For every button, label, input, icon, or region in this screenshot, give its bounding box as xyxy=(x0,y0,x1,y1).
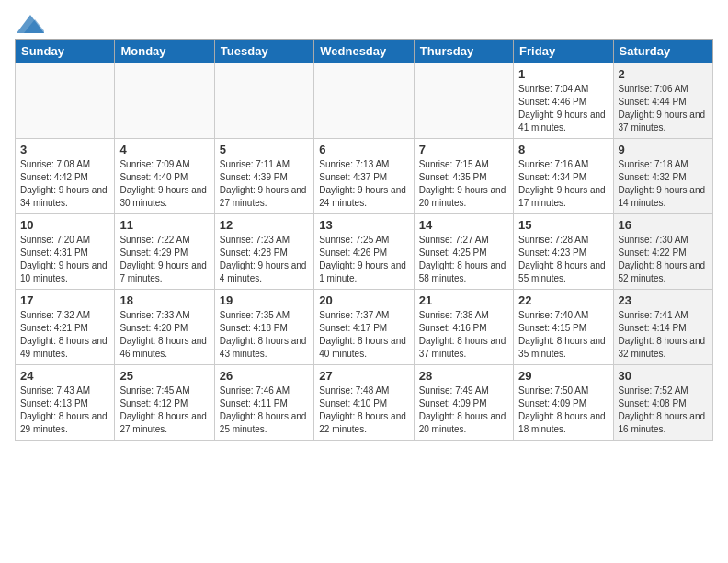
calendar-cell: 2Sunrise: 7:06 AM Sunset: 4:44 PM Daylig… xyxy=(613,63,712,139)
calendar-cell: 15Sunrise: 7:28 AM Sunset: 4:23 PM Dayli… xyxy=(514,214,613,290)
day-info: Sunrise: 7:37 AM Sunset: 4:17 PM Dayligh… xyxy=(319,309,408,361)
day-number: 29 xyxy=(518,369,608,383)
day-info: Sunrise: 7:22 AM Sunset: 4:29 PM Dayligh… xyxy=(119,234,209,285)
calendar-body: 1Sunrise: 7:04 AM Sunset: 4:46 PM Daylig… xyxy=(16,63,713,441)
day-number: 10 xyxy=(20,218,109,232)
calendar-cell: 26Sunrise: 7:46 AM Sunset: 4:11 PM Dayli… xyxy=(214,365,313,441)
day-number: 14 xyxy=(419,218,508,232)
calendar-cell: 19Sunrise: 7:35 AM Sunset: 4:18 PM Dayli… xyxy=(214,290,313,365)
day-info: Sunrise: 7:46 AM Sunset: 4:11 PM Dayligh… xyxy=(220,385,309,436)
logo-icon xyxy=(17,15,44,33)
day-number: 6 xyxy=(319,143,408,156)
calendar-cell: 12Sunrise: 7:23 AM Sunset: 4:28 PM Dayli… xyxy=(214,214,313,290)
day-number: 17 xyxy=(20,293,109,307)
day-info: Sunrise: 7:06 AM Sunset: 4:44 PM Dayligh… xyxy=(619,83,708,134)
calendar-cell: 6Sunrise: 7:13 AM Sunset: 4:37 PM Daylig… xyxy=(314,139,414,214)
day-number: 28 xyxy=(419,369,508,383)
weekday-header: Sunday xyxy=(16,40,115,63)
day-number: 2 xyxy=(619,67,708,81)
day-info: Sunrise: 7:52 AM Sunset: 4:08 PM Dayligh… xyxy=(619,385,708,436)
day-number: 18 xyxy=(119,293,209,307)
calendar-cell xyxy=(314,63,414,139)
calendar-cell: 17Sunrise: 7:32 AM Sunset: 4:21 PM Dayli… xyxy=(16,290,115,365)
calendar-cell xyxy=(414,63,513,139)
calendar-cell: 20Sunrise: 7:37 AM Sunset: 4:17 PM Dayli… xyxy=(314,290,414,365)
day-info: Sunrise: 7:09 AM Sunset: 4:40 PM Dayligh… xyxy=(119,158,209,210)
calendar-cell: 14Sunrise: 7:27 AM Sunset: 4:25 PM Dayli… xyxy=(414,214,513,290)
day-info: Sunrise: 7:35 AM Sunset: 4:18 PM Dayligh… xyxy=(220,309,309,361)
day-number: 26 xyxy=(220,369,309,383)
logo-text xyxy=(15,15,44,33)
calendar-cell: 21Sunrise: 7:38 AM Sunset: 4:16 PM Dayli… xyxy=(414,290,513,365)
day-info: Sunrise: 7:11 AM Sunset: 4:39 PM Dayligh… xyxy=(220,158,309,210)
day-info: Sunrise: 7:28 AM Sunset: 4:23 PM Dayligh… xyxy=(518,234,608,285)
weekday-header: Saturday xyxy=(613,40,712,63)
calendar-cell xyxy=(115,63,214,139)
day-info: Sunrise: 7:08 AM Sunset: 4:42 PM Dayligh… xyxy=(20,158,109,210)
calendar-cell: 30Sunrise: 7:52 AM Sunset: 4:08 PM Dayli… xyxy=(613,365,712,441)
day-info: Sunrise: 7:23 AM Sunset: 4:28 PM Dayligh… xyxy=(220,234,309,285)
day-number: 7 xyxy=(419,143,508,156)
weekday-header: Tuesday xyxy=(214,40,313,63)
calendar-table: SundayMondayTuesdayWednesdayThursdayFrid… xyxy=(15,39,713,441)
day-number: 23 xyxy=(619,293,708,307)
weekday-header: Wednesday xyxy=(314,40,414,63)
weekday-header: Friday xyxy=(514,40,613,63)
day-number: 25 xyxy=(119,369,209,383)
calendar-cell: 4Sunrise: 7:09 AM Sunset: 4:40 PM Daylig… xyxy=(115,139,214,214)
calendar-cell: 18Sunrise: 7:33 AM Sunset: 4:20 PM Dayli… xyxy=(115,290,214,365)
day-info: Sunrise: 7:38 AM Sunset: 4:16 PM Dayligh… xyxy=(419,309,508,361)
day-number: 22 xyxy=(518,293,608,307)
day-info: Sunrise: 7:40 AM Sunset: 4:15 PM Dayligh… xyxy=(518,309,608,361)
calendar-cell: 23Sunrise: 7:41 AM Sunset: 4:14 PM Dayli… xyxy=(613,290,712,365)
calendar-cell: 7Sunrise: 7:15 AM Sunset: 4:35 PM Daylig… xyxy=(414,139,513,214)
day-info: Sunrise: 7:45 AM Sunset: 4:12 PM Dayligh… xyxy=(119,385,209,436)
day-info: Sunrise: 7:41 AM Sunset: 4:14 PM Dayligh… xyxy=(619,309,708,361)
calendar-cell: 24Sunrise: 7:43 AM Sunset: 4:13 PM Dayli… xyxy=(16,365,115,441)
day-number: 30 xyxy=(619,369,708,383)
day-number: 13 xyxy=(319,218,408,232)
calendar-cell xyxy=(214,63,313,139)
calendar-cell: 5Sunrise: 7:11 AM Sunset: 4:39 PM Daylig… xyxy=(214,139,313,214)
day-info: Sunrise: 7:43 AM Sunset: 4:13 PM Dayligh… xyxy=(20,385,109,436)
logo xyxy=(15,15,44,29)
calendar-cell xyxy=(16,63,115,139)
day-number: 20 xyxy=(319,293,408,307)
calendar-header: SundayMondayTuesdayWednesdayThursdayFrid… xyxy=(16,40,713,63)
page-container: SundayMondayTuesdayWednesdayThursdayFrid… xyxy=(0,0,728,450)
calendar-cell: 27Sunrise: 7:48 AM Sunset: 4:10 PM Dayli… xyxy=(314,365,414,441)
calendar-cell: 25Sunrise: 7:45 AM Sunset: 4:12 PM Dayli… xyxy=(115,365,214,441)
calendar-cell: 10Sunrise: 7:20 AM Sunset: 4:31 PM Dayli… xyxy=(16,214,115,290)
day-info: Sunrise: 7:48 AM Sunset: 4:10 PM Dayligh… xyxy=(319,385,408,436)
weekday-header: Thursday xyxy=(414,40,513,63)
day-info: Sunrise: 7:13 AM Sunset: 4:37 PM Dayligh… xyxy=(319,158,408,210)
day-number: 16 xyxy=(619,218,708,232)
calendar-cell: 16Sunrise: 7:30 AM Sunset: 4:22 PM Dayli… xyxy=(613,214,712,290)
day-info: Sunrise: 7:50 AM Sunset: 4:09 PM Dayligh… xyxy=(518,385,608,436)
day-info: Sunrise: 7:33 AM Sunset: 4:20 PM Dayligh… xyxy=(119,309,209,361)
day-info: Sunrise: 7:25 AM Sunset: 4:26 PM Dayligh… xyxy=(319,234,408,285)
day-info: Sunrise: 7:49 AM Sunset: 4:09 PM Dayligh… xyxy=(419,385,508,436)
day-number: 3 xyxy=(20,143,109,156)
day-info: Sunrise: 7:16 AM Sunset: 4:34 PM Dayligh… xyxy=(518,158,608,210)
calendar-cell: 13Sunrise: 7:25 AM Sunset: 4:26 PM Dayli… xyxy=(314,214,414,290)
day-number: 27 xyxy=(319,369,408,383)
calendar-cell: 3Sunrise: 7:08 AM Sunset: 4:42 PM Daylig… xyxy=(16,139,115,214)
day-number: 11 xyxy=(119,218,209,232)
day-number: 12 xyxy=(220,218,309,232)
day-number: 19 xyxy=(220,293,309,307)
day-info: Sunrise: 7:30 AM Sunset: 4:22 PM Dayligh… xyxy=(619,234,708,285)
calendar-cell: 8Sunrise: 7:16 AM Sunset: 4:34 PM Daylig… xyxy=(514,139,613,214)
day-number: 9 xyxy=(619,143,708,156)
calendar-cell: 29Sunrise: 7:50 AM Sunset: 4:09 PM Dayli… xyxy=(514,365,613,441)
day-info: Sunrise: 7:04 AM Sunset: 4:46 PM Dayligh… xyxy=(518,83,608,134)
day-number: 15 xyxy=(518,218,608,232)
weekday-header: Monday xyxy=(115,40,214,63)
day-info: Sunrise: 7:32 AM Sunset: 4:21 PM Dayligh… xyxy=(20,309,109,361)
calendar-cell: 28Sunrise: 7:49 AM Sunset: 4:09 PM Dayli… xyxy=(414,365,513,441)
day-number: 21 xyxy=(419,293,508,307)
day-number: 4 xyxy=(119,143,209,156)
day-info: Sunrise: 7:20 AM Sunset: 4:31 PM Dayligh… xyxy=(20,234,109,285)
day-info: Sunrise: 7:15 AM Sunset: 4:35 PM Dayligh… xyxy=(419,158,508,210)
day-number: 1 xyxy=(518,67,608,81)
